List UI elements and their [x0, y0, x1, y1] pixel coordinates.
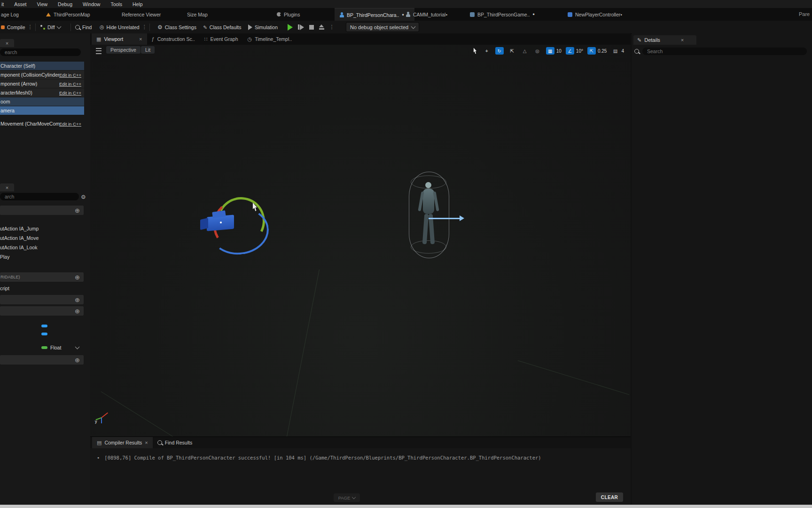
close-icon[interactable]: ×: [681, 38, 684, 42]
tab-event-graph[interactable]: ∷ Event Graph: [200, 33, 243, 45]
close-icon[interactable]: ×: [6, 185, 8, 190]
details-panel-tab[interactable]: ✎ Details ×: [633, 35, 696, 45]
component-row-mesh[interactable]: aracterMesh0) Edit in C++: [0, 88, 84, 97]
component-row-charactermovement[interactable]: Movement (CharMoveComp) Edit in C++: [0, 119, 84, 128]
camera-speed-control[interactable]: ▤ 4: [611, 47, 624, 55]
functions-section-header[interactable]: RIDABLE) ⊕: [0, 272, 84, 282]
components-panel-tab[interactable]: ×: [0, 39, 14, 47]
tab-viewport[interactable]: ▦ Viewport ×: [92, 33, 147, 45]
move-tool-icon[interactable]: +: [483, 47, 491, 55]
character-actor[interactable]: [404, 171, 461, 260]
chevron-down-icon[interactable]: [75, 345, 80, 349]
viewport-menu-icon[interactable]: [96, 48, 102, 54]
viewport-3d[interactable]: Perspective Lit + ↻ ⇱ △ ◎ ▦ 10 ∠ 10° ⇱ 0…: [90, 45, 631, 437]
hide-unrelated-button[interactable]: ◎ Hide Unrelated ⋮: [100, 21, 147, 33]
frame-skip-icon[interactable]: [298, 24, 304, 30]
add-dispatcher-icon[interactable]: ⊕: [75, 357, 80, 363]
graph-item-beginplay[interactable]: Play: [0, 253, 84, 261]
close-icon[interactable]: ×: [139, 37, 142, 41]
tab-size-map[interactable]: Size Map: [187, 8, 208, 21]
find-button[interactable]: Find: [75, 21, 92, 33]
world-space-icon[interactable]: △: [521, 47, 529, 55]
menu-asset[interactable]: Asset: [9, 1, 31, 7]
edit-in-cpp-link[interactable]: Edit in C++: [59, 81, 81, 87]
debug-object-dropdown[interactable]: No debug object selected: [346, 22, 419, 32]
compile-button[interactable]: Compile ⋮: [1, 21, 33, 33]
play-icon[interactable]: [288, 24, 293, 31]
variable-item[interactable]: [0, 330, 84, 338]
compile-options-icon[interactable]: ⋮: [28, 24, 33, 30]
tab-bp-thirdperson-gamemode[interactable]: BP_ThirdPersonGame.. •: [470, 8, 535, 21]
my-blueprint-search-input[interactable]: [0, 193, 79, 200]
menu-help[interactable]: Help: [127, 1, 148, 7]
add-variable-icon[interactable]: ⊕: [75, 308, 80, 314]
stop-icon[interactable]: [309, 25, 314, 30]
variable-item-float[interactable]: Float: [0, 344, 84, 351]
tab-message-log[interactable]: age Log: [1, 8, 19, 21]
menu-window[interactable]: Window: [78, 1, 105, 7]
close-icon[interactable]: ×: [6, 41, 8, 46]
components-search-input[interactable]: [0, 48, 81, 56]
variables-section-header[interactable]: ⊕: [0, 306, 84, 316]
construction-script-item[interactable]: cript: [0, 285, 84, 292]
menu-tools[interactable]: Tools: [105, 1, 127, 7]
rotate-tool-icon[interactable]: ↻: [495, 47, 504, 55]
component-row-followcamera[interactable]: amera: [0, 106, 84, 115]
details-search[interactable]: [634, 48, 807, 55]
tab-bp-thirdperson-character[interactable]: BP_ThirdPersonChara.. • ×: [335, 8, 414, 21]
details-search-input[interactable]: [642, 48, 807, 55]
variable-item[interactable]: [0, 322, 84, 330]
my-blueprint-panel-tab[interactable]: ×: [0, 183, 14, 191]
play-options-icon[interactable]: ⋮: [329, 24, 335, 30]
component-row-self[interactable]: Character (Self): [0, 62, 84, 70]
component-row-capsule[interactable]: mponent (CollisionCylinder) Edit in C++: [0, 71, 84, 79]
my-blueprint-filter-gear-icon[interactable]: ⚙: [81, 194, 86, 200]
add-function-icon[interactable]: ⊕: [75, 274, 80, 280]
edit-in-cpp-link[interactable]: Edit in C++: [59, 90, 81, 95]
simulation-button[interactable]: Simulation: [248, 21, 278, 33]
tab-third-person-map[interactable]: ThirdPersonMap: [46, 8, 90, 21]
dispatchers-section-header[interactable]: ⊕: [0, 355, 84, 365]
diff-button[interactable]: Diff: [40, 21, 61, 33]
details-panel: ✎ Details ×: [632, 33, 812, 505]
select-tool-icon[interactable]: [473, 48, 477, 54]
menu-view[interactable]: View: [32, 1, 53, 7]
lit-mode-button[interactable]: Lit: [141, 46, 155, 54]
tab-plugins[interactable]: Plugins: [277, 8, 300, 21]
component-row-arrow[interactable]: mponent (Arrow) Edit in C++: [0, 79, 84, 88]
tab-new-player-controller[interactable]: NewPlayerController•: [568, 8, 622, 21]
edit-in-cpp-link[interactable]: Edit in C++: [59, 121, 81, 127]
graphs-section-header[interactable]: ⊕: [0, 206, 84, 215]
add-graph-icon[interactable]: ⊕: [75, 207, 80, 214]
eject-icon[interactable]: [319, 24, 324, 30]
menu-debug[interactable]: Debug: [53, 1, 78, 7]
tab-construction-script[interactable]: ƒ Construction Sc..: [147, 33, 200, 45]
graph-item-ia-jump[interactable]: utAction IA_Jump: [0, 225, 84, 232]
surface-snap-icon[interactable]: ◎: [533, 47, 542, 55]
scale-tool-icon[interactable]: ⇱: [508, 47, 516, 55]
hide-unrelated-options-icon[interactable]: ⋮: [142, 24, 147, 30]
class-settings-button[interactable]: ⚙ Class Settings: [157, 21, 196, 33]
add-macro-icon[interactable]: ⊕: [75, 297, 80, 303]
tab-compiler-results[interactable]: ▤ Compiler Results ×: [92, 437, 153, 448]
component-row-cameraboom[interactable]: oom: [0, 97, 84, 106]
camera-component-gizmo[interactable]: [203, 194, 283, 253]
graph-item-ia-move[interactable]: utAction IA_Move: [0, 234, 84, 242]
edit-in-cpp-link[interactable]: Edit in C++: [59, 72, 81, 78]
page-dropdown[interactable]: PAGE: [334, 493, 360, 502]
rotation-snap-control[interactable]: ∠ 10°: [566, 47, 583, 55]
tab-find-results[interactable]: Find Results: [153, 437, 197, 448]
clear-button[interactable]: CLEAR: [596, 492, 623, 502]
tab-timeline[interactable]: ◷ Timeline_Templ..: [243, 33, 297, 45]
class-defaults-button[interactable]: ✎ Class Defaults: [203, 21, 242, 33]
tab-reference-viewer[interactable]: Reference Viewer: [122, 8, 161, 21]
perspective-button[interactable]: Perspective: [106, 46, 141, 54]
macros-section-header[interactable]: ⊕: [0, 295, 84, 304]
scale-snap-control[interactable]: ⇱ 0.25: [587, 47, 607, 55]
tab-camm-tutorial[interactable]: CAMM_tutorial•: [406, 8, 447, 21]
axis-label: y: [95, 419, 97, 424]
graph-item-ia-look[interactable]: utAction IA_Look: [0, 244, 84, 251]
close-icon[interactable]: ×: [145, 440, 148, 445]
grid-snap-control[interactable]: ▦ 10: [546, 47, 562, 55]
menu-edit[interactable]: it: [0, 1, 9, 7]
